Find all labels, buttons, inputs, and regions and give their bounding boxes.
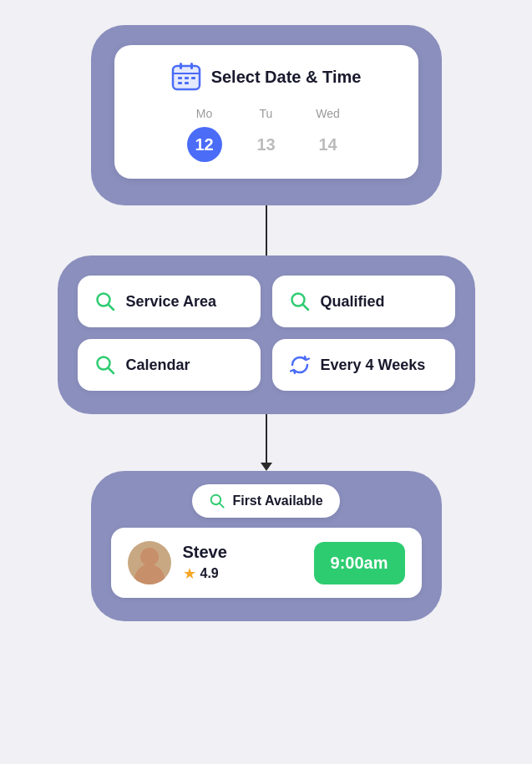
day-num-12[interactable]: 12 <box>187 127 222 162</box>
day-col-wed[interactable]: Wed 14 <box>311 107 346 162</box>
first-available-label: First Available <box>232 493 322 508</box>
svg-rect-7 <box>191 77 195 79</box>
search-icon-first-available <box>209 493 225 509</box>
svg-line-15 <box>108 368 114 374</box>
provider-card: Steve ★ 4.9 9:00am <box>111 528 422 598</box>
svg-rect-3 <box>180 63 182 69</box>
date-time-blob: Select Date & Time Mo 12 Tu 13 Wed 14 <box>91 25 442 205</box>
refresh-icon-every-4-weeks <box>289 354 311 376</box>
filter-label-calendar: Calendar <box>126 357 190 374</box>
filter-label-every-4-weeks: Every 4 Weeks <box>321 357 426 374</box>
svg-rect-9 <box>185 82 189 84</box>
svg-rect-8 <box>178 82 182 84</box>
search-icon-calendar <box>94 354 116 376</box>
provider-rating: ★ 4.9 <box>183 564 302 583</box>
page-wrapper: Select Date & Time Mo 12 Tu 13 Wed 14 <box>0 0 532 764</box>
filter-card-service-area[interactable]: Service Area <box>78 276 261 327</box>
date-card-header: Select Date & Time <box>171 62 362 92</box>
filter-blob: Service Area Qualified Calendar <box>58 256 475 414</box>
avatar <box>128 541 171 584</box>
day-col-mo[interactable]: Mo 12 <box>187 107 222 162</box>
day-num-13[interactable]: 13 <box>249 127 284 162</box>
day-label-wed: Wed <box>316 107 340 120</box>
rating-value: 4.9 <box>200 566 219 581</box>
calendar-icon <box>171 62 201 92</box>
date-row: Mo 12 Tu 13 Wed 14 <box>187 107 346 162</box>
avatar-face <box>140 548 159 566</box>
svg-rect-2 <box>173 73 200 74</box>
date-card: Select Date & Time Mo 12 Tu 13 Wed 14 <box>114 45 418 179</box>
filter-card-calendar[interactable]: Calendar <box>78 339 261 391</box>
day-col-tu[interactable]: Tu 13 <box>249 107 284 162</box>
filter-card-every-4-weeks[interactable]: Every 4 Weeks <box>272 339 455 391</box>
provider-blob: First Available Steve ★ 4.9 9:00am <box>91 471 442 621</box>
day-label-mo: Mo <box>196 107 212 120</box>
provider-info: Steve ★ 4.9 <box>183 543 302 583</box>
day-num-14[interactable]: 14 <box>311 127 346 162</box>
connector-line-2 <box>266 414 267 464</box>
time-button[interactable]: 9:00am <box>314 542 405 584</box>
connector-line-1 <box>266 205 267 256</box>
first-available-pill[interactable]: First Available <box>192 484 339 518</box>
star-icon: ★ <box>183 564 196 583</box>
date-card-title: Select Date & Time <box>211 68 362 87</box>
svg-line-17 <box>220 503 224 508</box>
filter-label-qualified: Qualified <box>321 293 385 311</box>
svg-line-11 <box>108 305 114 311</box>
search-icon-service-area <box>94 291 116 312</box>
svg-rect-4 <box>190 63 193 69</box>
filter-card-qualified[interactable]: Qualified <box>272 276 455 327</box>
svg-line-13 <box>302 305 308 311</box>
avatar-body <box>134 564 165 584</box>
svg-rect-6 <box>185 77 189 79</box>
day-label-tu: Tu <box>260 107 273 120</box>
svg-rect-5 <box>178 77 182 79</box>
filter-label-service-area: Service Area <box>126 293 216 311</box>
provider-name: Steve <box>183 543 302 562</box>
search-icon-qualified <box>289 291 311 312</box>
